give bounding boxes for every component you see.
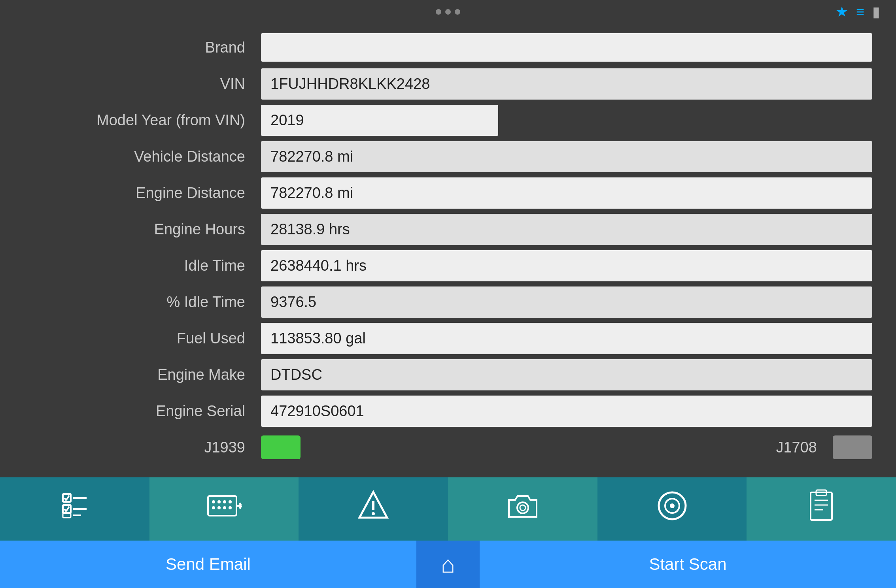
svg-point-15 bbox=[212, 506, 215, 509]
checklist-icon bbox=[59, 490, 91, 528]
report-icon bbox=[807, 489, 835, 529]
j1939-toggle-item[interactable] bbox=[261, 435, 555, 459]
j1939-label: J1939 bbox=[24, 439, 261, 456]
nav-item-checklist[interactable] bbox=[0, 477, 149, 541]
vehicle-distance-value: 782270.8 mi bbox=[261, 141, 872, 172]
dot-1 bbox=[436, 9, 441, 15]
svg-line-21 bbox=[240, 506, 241, 509]
obd-icon bbox=[206, 492, 242, 526]
svg-point-11 bbox=[212, 500, 215, 503]
bluetooth-icon: ★ bbox=[836, 4, 848, 20]
j1708-toggle-item[interactable]: J1708 bbox=[578, 435, 872, 459]
engine-hours-row: Engine Hours 28138.9 hrs bbox=[24, 213, 872, 245]
svg-point-14 bbox=[229, 500, 232, 503]
svg-line-6 bbox=[66, 507, 69, 511]
svg-rect-10 bbox=[208, 496, 236, 516]
engine-make-label: Engine Make bbox=[24, 366, 261, 383]
vin-label: VIN bbox=[24, 75, 261, 92]
top-dots bbox=[436, 9, 460, 15]
vehicle-distance-row: Vehicle Distance 782270.8 mi bbox=[24, 141, 872, 172]
battery-icon: ▮ bbox=[872, 4, 880, 20]
dot-2 bbox=[445, 9, 451, 15]
engine-distance-label: Engine Distance bbox=[24, 185, 261, 202]
svg-point-13 bbox=[223, 500, 226, 503]
start-scan-button[interactable]: Start Scan bbox=[480, 541, 896, 588]
protocol-toggle-row: J1939 J1708 bbox=[24, 432, 872, 463]
brand-label: Brand bbox=[24, 39, 261, 56]
j1708-label: J1708 bbox=[776, 439, 817, 456]
svg-point-12 bbox=[217, 500, 221, 503]
vehicle-distance-label: Vehicle Distance bbox=[24, 148, 261, 165]
svg-point-17 bbox=[223, 506, 226, 509]
dot-3 bbox=[455, 9, 460, 15]
send-email-button[interactable]: Send Email bbox=[0, 541, 416, 588]
svg-point-18 bbox=[229, 506, 232, 509]
fuel-used-label: Fuel Used bbox=[24, 330, 261, 347]
engine-hours-value: 28138.9 hrs bbox=[261, 214, 872, 245]
model-year-label: Model Year (from VIN) bbox=[24, 112, 261, 129]
engine-serial-value: 472910S0601 bbox=[261, 396, 872, 427]
engine-make-value: DTDSC bbox=[261, 359, 872, 390]
vin-value: 1FUJHHDR8KLKK2428 bbox=[261, 68, 872, 100]
pct-idle-time-label: % Idle Time bbox=[24, 294, 261, 311]
signal-icon: ≡ bbox=[856, 4, 864, 20]
idle-time-row: Idle Time 2638440.1 hrs bbox=[24, 250, 872, 281]
svg-rect-30 bbox=[811, 492, 832, 520]
engine-make-row: Engine Make DTDSC bbox=[24, 359, 872, 390]
home-button[interactable]: ⌂ bbox=[416, 541, 480, 588]
home-icon: ⌂ bbox=[441, 551, 455, 578]
engine-serial-row: Engine Serial 472910S0601 bbox=[24, 395, 872, 427]
nav-item-report[interactable] bbox=[747, 477, 896, 541]
pct-idle-time-row: % Idle Time 9376.5 bbox=[24, 286, 872, 318]
main-content: Brand VIN 1FUJHHDR8KLKK2428 Model Year (… bbox=[0, 24, 896, 477]
model-year-value: 2019 bbox=[261, 105, 498, 136]
idle-time-value: 2638440.1 hrs bbox=[261, 250, 872, 281]
pct-idle-time-value: 9376.5 bbox=[261, 286, 872, 318]
bottom-nav bbox=[0, 477, 896, 541]
brand-row: Brand bbox=[24, 32, 872, 63]
engine-serial-label: Engine Serial bbox=[24, 403, 261, 420]
model-year-row: Model Year (from VIN) 2019 bbox=[24, 104, 872, 136]
nav-item-camera[interactable] bbox=[448, 477, 597, 541]
engine-distance-row: Engine Distance 782270.8 mi bbox=[24, 177, 872, 209]
svg-line-2 bbox=[66, 496, 69, 500]
engine-hours-label: Engine Hours bbox=[24, 221, 261, 238]
tire-icon bbox=[656, 490, 688, 528]
fuel-used-value: 113853.80 gal bbox=[261, 323, 872, 354]
svg-point-29 bbox=[670, 503, 675, 508]
toggle-section: J1708 bbox=[261, 435, 872, 459]
svg-point-24 bbox=[372, 512, 375, 515]
action-bar: Send Email ⌂ Start Scan bbox=[0, 541, 896, 588]
vin-row: VIN 1FUJHHDR8KLKK2428 bbox=[24, 68, 872, 100]
svg-point-25 bbox=[517, 502, 528, 513]
svg-point-26 bbox=[520, 505, 526, 511]
j1939-toggle[interactable] bbox=[261, 435, 301, 459]
fuel-used-row: Fuel Used 113853.80 gal bbox=[24, 322, 872, 354]
brand-value bbox=[261, 33, 872, 62]
toggle-pair: J1708 bbox=[261, 435, 872, 459]
j1708-toggle[interactable] bbox=[833, 435, 872, 459]
nav-item-tire[interactable] bbox=[597, 477, 747, 541]
nav-item-obd[interactable] bbox=[149, 477, 299, 541]
idle-time-label: Idle Time bbox=[24, 257, 261, 274]
nav-item-warning[interactable] bbox=[299, 477, 448, 541]
engine-distance-value: 782270.8 mi bbox=[261, 177, 872, 209]
warning-icon bbox=[357, 490, 389, 528]
top-bar: ★ ≡ ▮ bbox=[0, 0, 896, 24]
top-status-icons: ★ ≡ ▮ bbox=[836, 4, 880, 20]
svg-point-16 bbox=[217, 506, 221, 509]
camera-icon bbox=[505, 491, 541, 527]
